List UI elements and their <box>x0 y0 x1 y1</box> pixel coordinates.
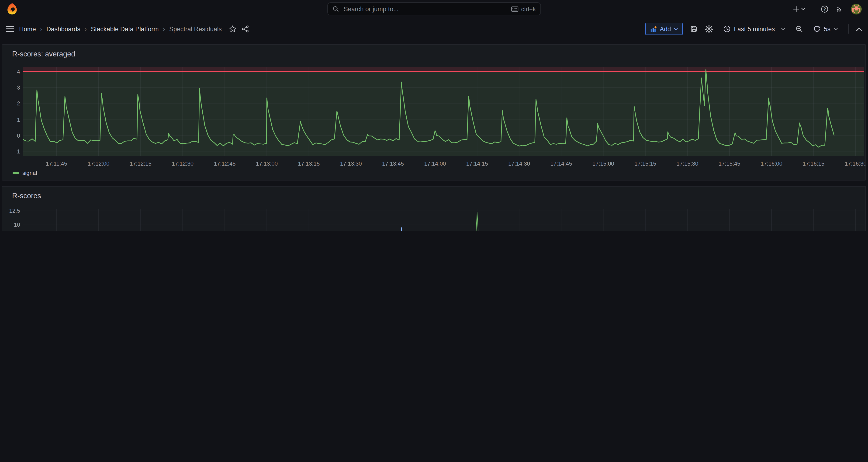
x-axis-tick-label: 17:13:15 <box>298 160 320 167</box>
x-axis-tick-label: 17:16:00 <box>761 160 782 167</box>
search-icon <box>333 6 339 12</box>
panel-rscores-averaged: R-scores: averaged 43210-117:11:4517:12:… <box>2 44 866 181</box>
x-axis-tick-label: 17:15:15 <box>634 160 656 167</box>
save-dashboard-button[interactable] <box>690 25 698 33</box>
breadcrumb: Home › Dashboards › Stackable Data Platf… <box>19 25 222 32</box>
x-axis-tick-label: 17:13:45 <box>382 160 404 167</box>
x-axis-tick-label: 17:11:45 <box>46 160 67 167</box>
svg-text:?: ? <box>824 6 826 11</box>
share-icon <box>242 25 249 33</box>
y-axis-tick-label: 12.5 <box>2 208 20 214</box>
breadcrumb-folder[interactable]: Stackable Data Platform <box>91 25 159 32</box>
add-panel-icon <box>650 25 657 32</box>
x-axis-tick-label: 17:12:30 <box>172 160 193 167</box>
menu-button[interactable] <box>6 26 14 32</box>
chevron-up-icon <box>856 27 862 31</box>
plus-icon <box>793 5 800 12</box>
x-axis-tick-label: 17:16:30 <box>845 160 866 167</box>
x-axis-tick-label: 17:13:00 <box>256 160 278 167</box>
dashboard-toolbar: Home › Dashboards › Stackable Data Platf… <box>0 18 868 40</box>
help-icon: ? <box>821 5 829 13</box>
x-axis-tick-label: 17:12:45 <box>214 160 236 167</box>
panel-title[interactable]: R-scores: averaged <box>12 50 75 58</box>
user-avatar[interactable] <box>851 3 862 14</box>
chart-plot-area <box>23 67 864 156</box>
search-shortcut: ctrl+k <box>511 5 536 12</box>
y-axis-tick-label: 1 <box>2 116 20 123</box>
x-axis-tick-label: 17:15:00 <box>592 160 614 167</box>
zoom-out-button[interactable] <box>795 25 803 33</box>
rss-icon <box>836 5 843 12</box>
save-icon <box>690 25 698 33</box>
star-icon <box>229 25 237 33</box>
chevron-down-icon <box>781 27 785 31</box>
kiosk-mode-button[interactable] <box>856 27 862 31</box>
time-range-picker[interactable]: Last 5 minutes <box>720 25 788 33</box>
add-panel-button[interactable]: Add <box>645 23 683 35</box>
x-axis-tick-label: 17:12:15 <box>130 160 151 167</box>
divider <box>813 4 813 13</box>
x-axis-tick-label: 17:13:30 <box>340 160 362 167</box>
refresh-interval-label: 5s <box>824 25 831 32</box>
x-axis-tick-label: 17:15:45 <box>718 160 740 167</box>
hamburger-icon <box>6 26 14 32</box>
gear-icon <box>705 25 713 33</box>
new-button[interactable] <box>793 5 805 12</box>
divider <box>848 24 849 34</box>
grafana-app: ctrl+k ? <box>0 0 868 231</box>
chevron-down-icon <box>834 27 838 31</box>
dashboard-settings-button[interactable] <box>705 25 713 33</box>
avatar-pixel-art <box>851 3 862 14</box>
zoom-out-icon <box>795 25 803 33</box>
panel-title[interactable]: R-scores <box>12 192 41 200</box>
favorite-button[interactable] <box>229 25 237 33</box>
chevron-down-icon <box>801 7 805 10</box>
breadcrumb-separator: › <box>85 25 87 32</box>
legend-label: signal <box>22 170 37 176</box>
y-axis-tick-label: 3 <box>2 85 20 91</box>
news-button[interactable] <box>836 5 843 12</box>
x-axis-tick-label: 17:14:30 <box>508 160 530 167</box>
x-axis-tick-label: 17:14:15 <box>466 160 488 167</box>
chevron-down-icon <box>674 27 678 31</box>
share-button[interactable] <box>242 25 249 33</box>
keyboard-icon <box>511 6 518 12</box>
legend-color-pill <box>12 172 19 174</box>
search-input[interactable] <box>343 5 507 13</box>
panel-rscores: R-scores 12.5107.552.50-2.517:11:4517:12… <box>2 186 866 231</box>
threshold-region-below <box>23 71 864 156</box>
grafana-logo[interactable] <box>6 3 18 15</box>
threshold-region-above <box>23 67 864 71</box>
clock-icon <box>723 25 731 33</box>
x-axis-tick-label: 17:12:00 <box>88 160 110 167</box>
legend-item-signal[interactable]: signal <box>12 170 37 176</box>
chart-plot-area <box>23 209 864 231</box>
breadcrumb-dashboards[interactable]: Dashboards <box>46 25 81 32</box>
series-line-r2_score <box>23 212 834 231</box>
refresh-button[interactable]: 5s <box>810 25 841 33</box>
toolbar-actions: Add <box>645 23 862 35</box>
y-axis-tick-label: 4 <box>2 68 20 75</box>
top-bar: ctrl+k ? <box>0 0 868 18</box>
add-label: Add <box>660 25 671 32</box>
refresh-icon <box>813 25 820 33</box>
x-axis-tick-label: 17:14:45 <box>550 160 572 167</box>
y-axis-tick-label: 0 <box>2 132 20 139</box>
search-bar[interactable]: ctrl+k <box>327 2 541 16</box>
y-axis-tick-label: 2 <box>2 100 20 107</box>
time-range-label: Last 5 minutes <box>734 25 775 32</box>
help-button[interactable]: ? <box>821 5 829 13</box>
y-axis-tick-label: 10 <box>2 221 20 228</box>
x-axis-tick-label: 17:14:00 <box>424 160 446 167</box>
breadcrumb-separator: › <box>40 25 42 32</box>
series-line-r3_score <box>23 227 834 231</box>
breadcrumb-home[interactable]: Home <box>19 25 36 32</box>
x-axis-tick-label: 17:15:30 <box>677 160 698 167</box>
legend: signal <box>12 170 861 176</box>
x-axis-tick-label: 17:16:15 <box>803 160 825 167</box>
breadcrumb-current: Spectral Residuals <box>169 25 222 32</box>
breadcrumb-separator: › <box>163 25 165 32</box>
y-axis-tick-label: -1 <box>2 149 20 155</box>
topbar-actions: ? <box>793 3 862 14</box>
